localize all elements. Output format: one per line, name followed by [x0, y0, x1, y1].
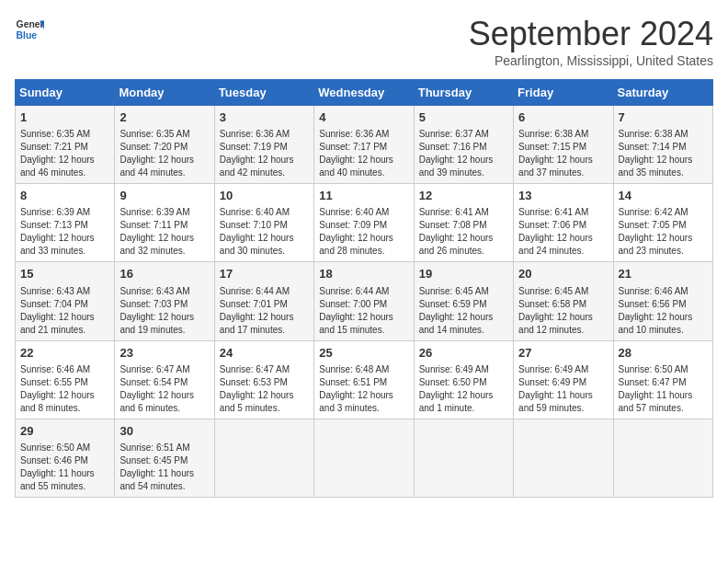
calendar-cell: 9Sunrise: 6:39 AM Sunset: 7:11 PM Daylig… [115, 184, 214, 262]
calendar-cell: 2Sunrise: 6:35 AM Sunset: 7:20 PM Daylig… [115, 106, 214, 184]
day-content: Sunrise: 6:46 AM Sunset: 6:56 PM Dayligh… [619, 285, 708, 337]
calendar-cell: 10Sunrise: 6:40 AM Sunset: 7:10 PM Dayli… [214, 184, 313, 262]
day-content: Sunrise: 6:45 AM Sunset: 6:59 PM Dayligh… [419, 285, 508, 337]
day-content: Sunrise: 6:49 AM Sunset: 6:49 PM Dayligh… [518, 363, 608, 415]
calendar-cell: 27Sunrise: 6:49 AM Sunset: 6:49 PM Dayli… [514, 340, 613, 419]
day-number: 23 [119, 345, 209, 362]
logo-icon: General Blue [15, 15, 44, 44]
calendar-table: SundayMondayTuesdayWednesdayThursdayFrid… [15, 79, 713, 498]
calendar-cell: 19Sunrise: 6:45 AM Sunset: 6:59 PM Dayli… [414, 262, 513, 340]
day-number: 4 [319, 109, 408, 126]
weekday-header-tuesday: Tuesday [214, 80, 313, 106]
calendar-week-1: 1Sunrise: 6:35 AM Sunset: 7:21 PM Daylig… [16, 106, 713, 184]
day-number: 8 [20, 188, 109, 204]
day-content: Sunrise: 6:38 AM Sunset: 7:14 PM Dayligh… [619, 128, 708, 179]
calendar-cell: 23Sunrise: 6:47 AM Sunset: 6:54 PM Dayli… [115, 340, 214, 419]
calendar-cell: 12Sunrise: 6:41 AM Sunset: 7:08 PM Dayli… [414, 184, 513, 262]
day-content: Sunrise: 6:43 AM Sunset: 7:03 PM Dayligh… [119, 285, 209, 337]
page-header: General Blue September 2024 Pearlington,… [15, 15, 713, 68]
day-number: 7 [619, 109, 708, 126]
weekday-header-monday: Monday [115, 80, 214, 106]
day-content: Sunrise: 6:36 AM Sunset: 7:17 PM Dayligh… [319, 128, 408, 179]
calendar-cell: 26Sunrise: 6:49 AM Sunset: 6:50 PM Dayli… [414, 340, 513, 419]
svg-text:General: General [17, 19, 44, 29]
calendar-cell: 21Sunrise: 6:46 AM Sunset: 6:56 PM Dayli… [613, 262, 712, 340]
day-content: Sunrise: 6:47 AM Sunset: 6:54 PM Dayligh… [119, 363, 209, 415]
day-number: 27 [518, 345, 608, 362]
title-block: September 2024 Pearlington, Mississippi,… [469, 15, 713, 68]
day-number: 24 [220, 345, 309, 362]
day-content: Sunrise: 6:39 AM Sunset: 7:11 PM Dayligh… [119, 206, 209, 258]
day-content: Sunrise: 6:46 AM Sunset: 6:55 PM Dayligh… [20, 363, 109, 415]
calendar-cell [414, 419, 513, 497]
weekday-row: SundayMondayTuesdayWednesdayThursdayFrid… [16, 80, 713, 106]
day-number: 14 [619, 188, 708, 204]
calendar-week-5: 29Sunrise: 6:50 AM Sunset: 6:46 PM Dayli… [16, 419, 713, 497]
calendar-cell: 15Sunrise: 6:43 AM Sunset: 7:04 PM Dayli… [16, 262, 115, 340]
day-content: Sunrise: 6:38 AM Sunset: 7:15 PM Dayligh… [518, 128, 608, 179]
calendar-cell: 20Sunrise: 6:45 AM Sunset: 6:58 PM Dayli… [514, 262, 613, 340]
location: Pearlington, Mississippi, United States [469, 53, 713, 68]
day-number: 21 [619, 266, 708, 282]
day-number: 16 [119, 266, 209, 282]
day-content: Sunrise: 6:39 AM Sunset: 7:13 PM Dayligh… [20, 206, 109, 258]
calendar-week-2: 8Sunrise: 6:39 AM Sunset: 7:13 PM Daylig… [16, 184, 713, 262]
day-number: 25 [319, 345, 408, 362]
day-number: 10 [220, 188, 309, 204]
day-content: Sunrise: 6:35 AM Sunset: 7:21 PM Dayligh… [20, 128, 109, 179]
day-number: 22 [20, 345, 109, 362]
calendar-cell [514, 419, 613, 497]
day-content: Sunrise: 6:48 AM Sunset: 6:51 PM Dayligh… [319, 363, 408, 415]
calendar-week-4: 22Sunrise: 6:46 AM Sunset: 6:55 PM Dayli… [16, 340, 713, 419]
day-number: 9 [119, 188, 209, 204]
month-title: September 2024 [469, 15, 713, 53]
day-content: Sunrise: 6:37 AM Sunset: 7:16 PM Dayligh… [419, 128, 508, 179]
calendar-cell: 17Sunrise: 6:44 AM Sunset: 7:01 PM Dayli… [214, 262, 313, 340]
calendar-cell: 4Sunrise: 6:36 AM Sunset: 7:17 PM Daylig… [314, 106, 414, 184]
day-number: 12 [419, 188, 508, 204]
day-content: Sunrise: 6:41 AM Sunset: 7:06 PM Dayligh… [518, 206, 608, 258]
day-number: 19 [419, 266, 508, 282]
day-content: Sunrise: 6:49 AM Sunset: 6:50 PM Dayligh… [419, 363, 508, 415]
day-content: Sunrise: 6:44 AM Sunset: 7:00 PM Dayligh… [319, 285, 408, 337]
day-number: 17 [220, 266, 309, 282]
calendar-cell: 5Sunrise: 6:37 AM Sunset: 7:16 PM Daylig… [414, 106, 513, 184]
day-number: 29 [20, 423, 109, 440]
calendar-cell: 25Sunrise: 6:48 AM Sunset: 6:51 PM Dayli… [314, 340, 414, 419]
day-number: 20 [518, 266, 608, 282]
day-content: Sunrise: 6:35 AM Sunset: 7:20 PM Dayligh… [119, 128, 209, 179]
day-content: Sunrise: 6:36 AM Sunset: 7:19 PM Dayligh… [220, 128, 309, 179]
day-content: Sunrise: 6:43 AM Sunset: 7:04 PM Dayligh… [20, 285, 109, 337]
day-content: Sunrise: 6:41 AM Sunset: 7:08 PM Dayligh… [419, 206, 508, 258]
day-number: 1 [20, 109, 109, 126]
day-number: 28 [619, 345, 708, 362]
calendar-cell: 18Sunrise: 6:44 AM Sunset: 7:00 PM Dayli… [314, 262, 414, 340]
calendar-cell: 30Sunrise: 6:51 AM Sunset: 6:45 PM Dayli… [115, 419, 214, 497]
calendar-cell: 7Sunrise: 6:38 AM Sunset: 7:14 PM Daylig… [613, 106, 712, 184]
calendar-cell: 14Sunrise: 6:42 AM Sunset: 7:05 PM Dayli… [613, 184, 712, 262]
day-content: Sunrise: 6:50 AM Sunset: 6:46 PM Dayligh… [20, 442, 109, 493]
weekday-header-thursday: Thursday [414, 80, 513, 106]
day-content: Sunrise: 6:40 AM Sunset: 7:10 PM Dayligh… [220, 206, 309, 258]
calendar-cell: 29Sunrise: 6:50 AM Sunset: 6:46 PM Dayli… [16, 419, 115, 497]
calendar-week-3: 15Sunrise: 6:43 AM Sunset: 7:04 PM Dayli… [16, 262, 713, 340]
logo: General Blue [15, 15, 44, 44]
calendar-cell: 6Sunrise: 6:38 AM Sunset: 7:15 PM Daylig… [514, 106, 613, 184]
day-content: Sunrise: 6:45 AM Sunset: 6:58 PM Dayligh… [518, 285, 608, 337]
calendar-cell [613, 419, 712, 497]
day-content: Sunrise: 6:51 AM Sunset: 6:45 PM Dayligh… [119, 442, 209, 493]
day-number: 2 [119, 109, 209, 126]
weekday-header-friday: Friday [514, 80, 613, 106]
day-content: Sunrise: 6:50 AM Sunset: 6:47 PM Dayligh… [619, 363, 708, 415]
day-content: Sunrise: 6:47 AM Sunset: 6:53 PM Dayligh… [220, 363, 309, 415]
day-number: 15 [20, 266, 109, 282]
calendar-cell: 11Sunrise: 6:40 AM Sunset: 7:09 PM Dayli… [314, 184, 414, 262]
day-number: 11 [319, 188, 408, 204]
day-number: 6 [518, 109, 608, 126]
calendar-cell: 24Sunrise: 6:47 AM Sunset: 6:53 PM Dayli… [214, 340, 313, 419]
day-number: 26 [419, 345, 508, 362]
day-number: 3 [220, 109, 309, 126]
day-number: 30 [119, 423, 209, 440]
day-number: 5 [419, 109, 508, 126]
calendar-cell [314, 419, 414, 497]
